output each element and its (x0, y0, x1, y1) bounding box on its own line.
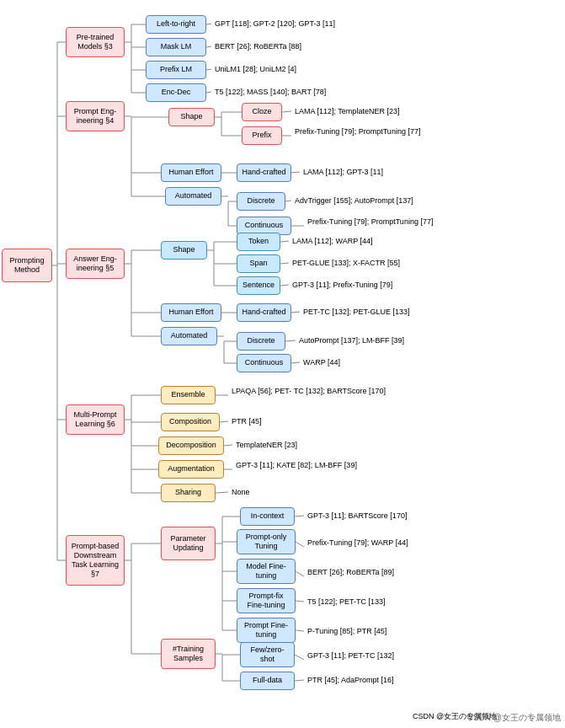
text-t5_promptfix: T5 [122]; PET-TC [133] (307, 597, 386, 608)
text-warp_cont: WARP [44] (303, 358, 340, 368)
svg-line-84 (220, 421, 228, 422)
text-lama_hand: LAMA [112]; GPT-3 [11] (303, 168, 383, 178)
node-discrete_answer: Discrete (237, 332, 285, 351)
svg-line-72 (282, 111, 291, 112)
svg-line-69 (206, 46, 211, 47)
node-answer_eng: Answer Eng- ineering §5 (66, 249, 125, 279)
svg-line-89 (296, 542, 304, 547)
node-enc_dec: Enc-Dec (146, 83, 206, 102)
text-gpt3_incontext: GPT-3 [11]; BARTScore [170] (307, 511, 407, 522)
diagram-container: Prompting MethodPre-trained Models §3Pro… (0, 0, 565, 728)
node-prompting_method: Prompting Method (2, 249, 52, 282)
node-cloze: Cloze (242, 103, 282, 121)
node-automated_prompt: Automated (165, 187, 221, 206)
node-continuous_answer: Continuous (237, 354, 291, 372)
svg-line-68 (206, 24, 211, 24)
svg-line-71 (206, 92, 211, 93)
svg-line-87 (216, 492, 228, 493)
text-gpt3_sentence: GPT-3 [11]; Prefix-Tuning [79] (292, 281, 392, 291)
node-prompt_finetuning: Prompt Fine-tuning (237, 618, 296, 643)
node-composition: Composition (161, 413, 220, 431)
svg-line-79 (280, 285, 289, 286)
svg-line-80 (291, 312, 300, 313)
node-discrete_prompt: Discrete (237, 192, 285, 211)
svg-line-82 (291, 362, 300, 363)
text-none_sharing: None (232, 488, 250, 498)
text-gpt_l2r: GPT [118]; GPT-2 [120]; GPT-3 [11] (215, 19, 335, 29)
node-prefix_lm: Prefix LM (146, 61, 206, 79)
watermark: CSDN @女王の专属领地 (467, 712, 561, 724)
node-in_context: In-context (240, 507, 295, 526)
text-prefix_cont: Prefix-Tuning [79]; PromptTuning [77] (307, 217, 433, 228)
node-prompt_downstream: Prompt-based Downstream Task Learning §7 (66, 535, 125, 586)
text-ptr_comp: PTR [45] (232, 417, 262, 427)
svg-line-91 (296, 601, 304, 602)
node-handcrafted_prompt: Hand-crafted (237, 163, 291, 182)
text-lpaqa_ens: LPAQA [56]; PET- TC [132]; BARTScore [17… (232, 387, 386, 397)
svg-line-75 (285, 201, 291, 201)
text-uniLM_prefix: UniLM1 [28]; UniLM2 [4] (215, 65, 296, 75)
node-model_finetuning: Model Fine-tuning (237, 559, 296, 584)
node-multi_prompt: Multi-Prompt Learning §6 (66, 404, 125, 435)
node-handcrafted_answer: Hand-crafted (237, 303, 291, 322)
node-prefix: Prefix (242, 126, 282, 145)
text-t5_enc: T5 [122]; MASS [140]; BART [78] (215, 88, 326, 98)
text-autoprompt_disc: AutoPrompt [137]; LM-BFF [39] (299, 336, 404, 346)
node-ensemble: Ensemble (161, 386, 216, 404)
node-full_data: Full-data (240, 672, 295, 690)
node-pretrained: Pre-trained Models §3 (66, 27, 125, 57)
text-templatener_dec: TemplateNER [23] (236, 441, 297, 451)
svg-line-77 (280, 241, 289, 242)
svg-line-88 (295, 516, 304, 517)
node-few_zeroshot: Few/zero- shot (240, 642, 295, 667)
svg-line-81 (285, 340, 296, 341)
svg-line-92 (296, 630, 304, 631)
text-gpt3_aug: GPT-3 [11]; KATE [82]; LM-BFF [39] (236, 461, 357, 471)
text-lama_token: LAMA [112]; WARP [44] (292, 237, 373, 247)
node-left2right: Left-to-right (146, 15, 206, 34)
text-lama_cloze: LAMA [112]; TemplateNER [23] (295, 107, 399, 117)
node-shape_answer: Shape (161, 241, 207, 260)
node-token: Token (237, 233, 280, 251)
svg-line-94 (295, 680, 304, 681)
text-advtrigger: AdvTrigger [155]; AutoPrompt [137] (295, 196, 413, 206)
node-sentence: Sentence (237, 276, 280, 295)
svg-line-90 (296, 571, 304, 576)
svg-line-70 (206, 69, 211, 70)
text-ptuning_promptft: P-Tuning [85]; PTR [45] (307, 627, 386, 637)
text-bert_mask: BERT [26]; RoBERTa [88] (215, 42, 301, 52)
node-sharing: Sharing (161, 484, 216, 502)
node-human_effort_prompt: Human Effort (161, 163, 221, 182)
node-prompt_fix_finetuning: Prompt-fix Fine-tuning (237, 588, 296, 613)
text-pettc_hand: PET-TC [132]; PET-GLUE [133] (303, 308, 410, 318)
node-prompt_eng: Prompt Eng- ineering §4 (66, 101, 125, 131)
node-decomposition: Decomposition (158, 436, 224, 455)
svg-line-78 (280, 263, 289, 264)
text-prefix_prompt_only: Prefix-Tuning [79]; WARP [44] (307, 538, 408, 549)
svg-line-93 (295, 655, 304, 660)
text-petglue_span: PET-GLUE [133]; X-FACTR [55] (292, 259, 400, 269)
node-span: Span (237, 254, 280, 273)
node-shape_prompt: Shape (168, 108, 215, 126)
svg-line-85 (224, 445, 232, 446)
node-human_effort_answer: Human Effort (161, 303, 221, 322)
node-mask_lm: Mask LM (146, 38, 206, 56)
node-param_updating: Parameter Updating (161, 527, 216, 560)
text-gpt3_fewshot: GPT-3 [11]; PET-TC [132] (307, 651, 394, 661)
node-prompt_only_tuning: Prompt-only Tuning (237, 529, 296, 554)
node-augmentation: Augmentation (158, 460, 224, 479)
text-bert_model: BERT [26]; RoBERTa [89] (307, 568, 394, 578)
text-prefix_tuning: Prefix-Tuning [79]; PromptTuning [77] (295, 127, 420, 137)
node-training_samples: #Training Samples (161, 639, 216, 669)
text-ptr_fulldata: PTR [45]; AdaPrompt [16] (307, 676, 394, 686)
svg-line-74 (291, 172, 300, 173)
node-automated_answer: Automated (161, 327, 217, 345)
